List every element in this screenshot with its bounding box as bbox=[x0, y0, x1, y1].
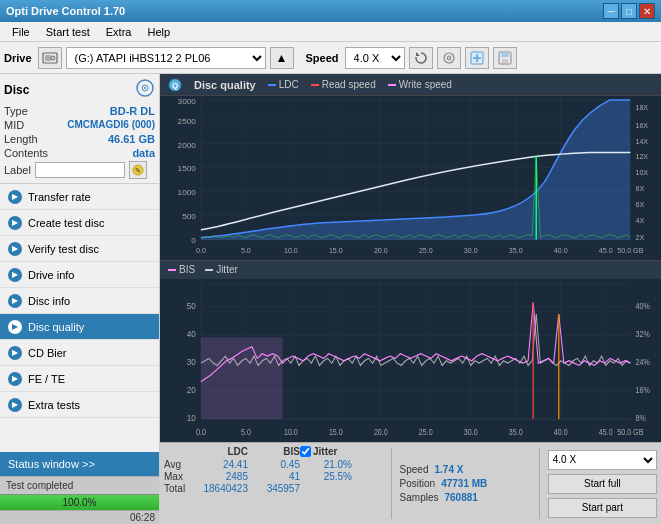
stats-header-row: LDC BIS Jitter bbox=[164, 446, 383, 457]
drive-select[interactable]: (G:) ATAPI iHBS112 2 PL06 bbox=[66, 47, 266, 69]
top-chart: 0 500 1000 1500 2000 2500 3000 2X 4X 6X … bbox=[160, 96, 661, 261]
avg-label: Avg bbox=[164, 459, 196, 470]
avg-ldc: 24.41 bbox=[196, 459, 248, 470]
disc-panel-title: Disc bbox=[4, 83, 29, 97]
refresh-button[interactable] bbox=[409, 47, 433, 69]
tool-button-2[interactable] bbox=[465, 47, 489, 69]
total-jitter bbox=[300, 483, 352, 494]
nav-label-extra-tests: Extra tests bbox=[28, 399, 80, 411]
max-label: Max bbox=[164, 471, 196, 482]
svg-text:40.0: 40.0 bbox=[554, 247, 568, 254]
status-window-label: Status window >> bbox=[8, 458, 95, 470]
contents-label: Contents bbox=[4, 147, 48, 159]
svg-text:1000: 1000 bbox=[178, 188, 197, 197]
svg-text:Q: Q bbox=[172, 81, 178, 90]
progress-percent: 100.0% bbox=[63, 495, 97, 511]
read-speed-legend-color bbox=[311, 84, 319, 86]
nav-items: ▶ Transfer rate ▶ Create test disc ▶ Ver… bbox=[0, 184, 159, 452]
svg-text:2000: 2000 bbox=[178, 141, 197, 150]
svg-text:5.0: 5.0 bbox=[241, 247, 251, 254]
nav-disc-info[interactable]: ▶ Disc info bbox=[0, 288, 159, 314]
svg-text:30.0: 30.0 bbox=[464, 247, 478, 254]
nav-label-transfer-rate: Transfer rate bbox=[28, 191, 91, 203]
svg-text:18X: 18X bbox=[635, 104, 648, 111]
menu-help[interactable]: Help bbox=[139, 24, 178, 40]
nav-transfer-rate[interactable]: ▶ Transfer rate bbox=[0, 184, 159, 210]
label-edit-button[interactable]: ✎ bbox=[129, 161, 147, 179]
test-speed-select[interactable]: 4.0 X bbox=[548, 450, 657, 470]
menu-extra[interactable]: Extra bbox=[98, 24, 140, 40]
sidebar: Disc Type BD-R DL MID CMCMAGDI6 (000) Le… bbox=[0, 74, 160, 524]
nav-label-fe-te: FE / TE bbox=[28, 373, 65, 385]
jitter-legend-color bbox=[205, 269, 213, 271]
ldc-legend-color bbox=[268, 84, 276, 86]
position-key-label: Position bbox=[400, 478, 436, 489]
nav-verify-test-disc[interactable]: ▶ Verify test disc bbox=[0, 236, 159, 262]
contents-row: Contents data bbox=[4, 147, 155, 159]
max-ldc: 2485 bbox=[196, 471, 248, 482]
maximize-button[interactable]: □ bbox=[621, 3, 637, 19]
bottom-chart: 10 20 30 40 50 8% 16% 24% 32% 40% 0.0 5.… bbox=[160, 279, 661, 443]
svg-text:10: 10 bbox=[187, 412, 196, 423]
avg-jitter: 21.0% bbox=[300, 459, 352, 470]
minimize-button[interactable]: ─ bbox=[603, 3, 619, 19]
bis-legend-color bbox=[168, 269, 176, 271]
length-row: Length 46.61 GB bbox=[4, 133, 155, 145]
label-input[interactable] bbox=[35, 162, 125, 178]
nav-disc-quality[interactable]: ▶ Disc quality bbox=[0, 314, 159, 340]
progress-time: 06:28 bbox=[130, 512, 155, 523]
menu-bar: File Start test Extra Help bbox=[0, 22, 661, 42]
nav-drive-info[interactable]: ▶ Drive info bbox=[0, 262, 159, 288]
close-button[interactable]: ✕ bbox=[639, 3, 655, 19]
nav-icon-fe-te: ▶ bbox=[8, 372, 22, 386]
mid-label: MID bbox=[4, 119, 24, 131]
nav-icon-drive-info: ▶ bbox=[8, 268, 22, 282]
jitter-legend-label: Jitter bbox=[216, 264, 238, 275]
svg-point-15 bbox=[144, 87, 146, 89]
nav-cd-bier[interactable]: ▶ CD Bier bbox=[0, 340, 159, 366]
svg-text:3000: 3000 bbox=[178, 97, 197, 106]
nav-extra-tests[interactable]: ▶ Extra tests bbox=[0, 392, 159, 418]
mid-value: CMCMAGDI6 (000) bbox=[67, 119, 155, 131]
svg-text:0: 0 bbox=[191, 236, 196, 245]
top-chart-svg: 0 500 1000 1500 2000 2500 3000 2X 4X 6X … bbox=[160, 96, 661, 260]
svg-text:16%: 16% bbox=[635, 386, 649, 396]
nav-label-verify: Verify test disc bbox=[28, 243, 99, 255]
stats-col-jitter: Jitter bbox=[313, 446, 337, 457]
jitter-checkbox[interactable] bbox=[300, 446, 311, 457]
chart-title: Disc quality bbox=[194, 79, 256, 91]
chart-icon: Q bbox=[168, 78, 182, 92]
samples-key-label: Samples bbox=[400, 492, 439, 503]
nav-fe-te[interactable]: ▶ FE / TE bbox=[0, 366, 159, 392]
svg-text:50.0 GB: 50.0 GB bbox=[617, 247, 644, 254]
svg-text:40: 40 bbox=[187, 328, 196, 339]
disc-info-panel: Disc Type BD-R DL MID CMCMAGDI6 (000) Le… bbox=[0, 74, 159, 184]
stats-col-bis: BIS bbox=[248, 446, 300, 457]
svg-text:50.0 GB: 50.0 GB bbox=[617, 428, 643, 438]
speed-select[interactable]: 4.0 X bbox=[345, 47, 405, 69]
svg-text:6X: 6X bbox=[635, 201, 644, 208]
svg-text:8%: 8% bbox=[635, 414, 645, 424]
eject-button[interactable]: ▲ bbox=[270, 47, 294, 69]
save-button[interactable] bbox=[493, 47, 517, 69]
tool-button-1[interactable] bbox=[437, 47, 461, 69]
legend-ldc: LDC bbox=[268, 79, 299, 90]
nav-create-test-disc[interactable]: ▶ Create test disc bbox=[0, 210, 159, 236]
svg-text:25.0: 25.0 bbox=[419, 428, 433, 438]
start-full-button[interactable]: Start full bbox=[548, 474, 657, 494]
svg-text:14X: 14X bbox=[635, 138, 648, 145]
nav-label-disc-info: Disc info bbox=[28, 295, 70, 307]
drive-icon-btn[interactable] bbox=[38, 47, 62, 69]
svg-text:5.0: 5.0 bbox=[241, 428, 251, 438]
nav-icon-disc-quality: ▶ bbox=[8, 320, 22, 334]
menu-start-test[interactable]: Start test bbox=[38, 24, 98, 40]
max-jitter: 25.5% bbox=[300, 471, 352, 482]
menu-file[interactable]: File bbox=[4, 24, 38, 40]
start-part-button[interactable]: Start part bbox=[548, 498, 657, 518]
status-text: Test completed bbox=[0, 480, 79, 491]
mid-row: MID CMCMAGDI6 (000) bbox=[4, 119, 155, 131]
svg-text:32%: 32% bbox=[635, 329, 649, 339]
nav-label-cd-bier: CD Bier bbox=[28, 347, 67, 359]
status-window-button[interactable]: Status window >> bbox=[0, 452, 159, 476]
svg-text:10.0: 10.0 bbox=[284, 247, 298, 254]
